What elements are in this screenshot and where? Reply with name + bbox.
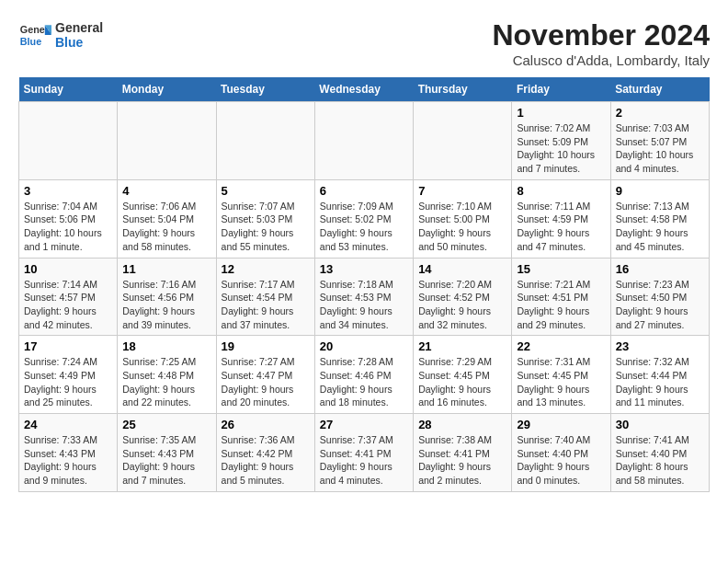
day-number: 25 [122, 418, 210, 431]
day-info: Sunrise: 7:02 AM Sunset: 5:09 PM Dayligh… [517, 121, 605, 176]
calendar-cell: 24Sunrise: 7:33 AM Sunset: 4:43 PM Dayli… [19, 414, 118, 492]
day-info: Sunrise: 7:18 AM Sunset: 4:53 PM Dayligh… [320, 278, 408, 332]
calendar-cell: 11Sunrise: 7:16 AM Sunset: 4:56 PM Dayli… [118, 258, 216, 336]
calendar-week-5: 24Sunrise: 7:33 AM Sunset: 4:43 PM Dayli… [19, 414, 710, 492]
calendar-cell: 27Sunrise: 7:37 AM Sunset: 4:41 PM Dayli… [314, 414, 413, 492]
calendar-cell [118, 102, 216, 180]
day-info: Sunrise: 7:40 AM Sunset: 4:40 PM Dayligh… [517, 433, 605, 488]
day-number: 29 [517, 418, 605, 431]
day-number: 20 [320, 339, 408, 353]
day-number: 7 [418, 184, 506, 198]
calendar-cell: 2Sunrise: 7:03 AM Sunset: 5:07 PM Daylig… [610, 102, 709, 180]
day-info: Sunrise: 7:11 AM Sunset: 4:59 PM Dayligh… [517, 200, 605, 254]
calendar-cell: 29Sunrise: 7:40 AM Sunset: 4:40 PM Dayli… [512, 414, 610, 492]
logo-icon: General Blue [18, 18, 51, 52]
day-number: 18 [122, 339, 210, 353]
location-title: Calusco d'Adda, Lombardy, Italy [492, 52, 710, 68]
day-number: 16 [616, 262, 704, 276]
day-info: Sunrise: 7:28 AM Sunset: 4:46 PM Dayligh… [320, 355, 408, 409]
calendar-cell: 12Sunrise: 7:17 AM Sunset: 4:54 PM Dayli… [216, 258, 314, 336]
day-info: Sunrise: 7:06 AM Sunset: 5:04 PM Dayligh… [122, 200, 210, 254]
day-info: Sunrise: 7:31 AM Sunset: 4:45 PM Dayligh… [517, 355, 605, 409]
day-number: 3 [24, 184, 112, 198]
logo: General Blue General Blue [18, 18, 103, 52]
day-info: Sunrise: 7:17 AM Sunset: 4:54 PM Dayligh… [222, 278, 310, 332]
calendar-header-row: SundayMondayTuesdayWednesdayThursdayFrid… [19, 77, 710, 102]
day-number: 23 [616, 339, 704, 353]
calendar-cell: 1Sunrise: 7:02 AM Sunset: 5:09 PM Daylig… [512, 102, 610, 180]
calendar-cell: 6Sunrise: 7:09 AM Sunset: 5:02 PM Daylig… [314, 179, 413, 258]
weekday-header-friday: Friday [512, 77, 610, 102]
weekday-header-saturday: Saturday [610, 77, 709, 102]
calendar-table: SundayMondayTuesdayWednesdayThursdayFrid… [18, 77, 710, 492]
day-info: Sunrise: 7:38 AM Sunset: 4:41 PM Dayligh… [418, 433, 506, 488]
calendar-cell [314, 102, 413, 180]
day-number: 26 [222, 418, 310, 431]
day-number: 22 [517, 339, 605, 353]
calendar-cell: 3Sunrise: 7:04 AM Sunset: 5:06 PM Daylig… [19, 179, 118, 258]
day-number: 9 [616, 184, 704, 198]
day-info: Sunrise: 7:20 AM Sunset: 4:52 PM Dayligh… [418, 278, 506, 332]
day-info: Sunrise: 7:32 AM Sunset: 4:44 PM Dayligh… [616, 355, 704, 409]
calendar-week-1: 1Sunrise: 7:02 AM Sunset: 5:09 PM Daylig… [19, 102, 710, 180]
calendar-cell: 22Sunrise: 7:31 AM Sunset: 4:45 PM Dayli… [512, 336, 610, 414]
calendar-cell: 10Sunrise: 7:14 AM Sunset: 4:57 PM Dayli… [19, 258, 118, 336]
calendar-week-3: 10Sunrise: 7:14 AM Sunset: 4:57 PM Dayli… [19, 258, 710, 336]
day-info: Sunrise: 7:03 AM Sunset: 5:07 PM Dayligh… [616, 121, 704, 176]
calendar-week-2: 3Sunrise: 7:04 AM Sunset: 5:06 PM Daylig… [19, 179, 710, 258]
day-number: 28 [418, 418, 506, 431]
day-info: Sunrise: 7:33 AM Sunset: 4:43 PM Dayligh… [24, 433, 112, 488]
weekday-header-thursday: Thursday [414, 77, 512, 102]
day-number: 6 [320, 184, 408, 198]
day-info: Sunrise: 7:04 AM Sunset: 5:06 PM Dayligh… [24, 200, 112, 254]
day-number: 2 [616, 106, 704, 120]
day-number: 10 [24, 262, 112, 276]
day-number: 11 [122, 262, 210, 276]
day-info: Sunrise: 7:24 AM Sunset: 4:49 PM Dayligh… [24, 355, 112, 409]
day-info: Sunrise: 7:37 AM Sunset: 4:41 PM Dayligh… [320, 433, 408, 488]
day-info: Sunrise: 7:14 AM Sunset: 4:57 PM Dayligh… [24, 278, 112, 332]
day-info: Sunrise: 7:07 AM Sunset: 5:03 PM Dayligh… [222, 200, 310, 254]
day-info: Sunrise: 7:09 AM Sunset: 5:02 PM Dayligh… [320, 200, 408, 254]
calendar-cell [216, 102, 314, 180]
svg-text:Blue: Blue [20, 36, 41, 47]
day-number: 19 [222, 339, 310, 353]
day-number: 8 [517, 184, 605, 198]
weekday-header-tuesday: Tuesday [216, 77, 314, 102]
calendar-cell: 7Sunrise: 7:10 AM Sunset: 5:00 PM Daylig… [414, 179, 512, 258]
day-info: Sunrise: 7:27 AM Sunset: 4:47 PM Dayligh… [222, 355, 310, 409]
day-number: 21 [418, 339, 506, 353]
calendar-cell: 25Sunrise: 7:35 AM Sunset: 4:43 PM Dayli… [118, 414, 216, 492]
calendar-cell: 23Sunrise: 7:32 AM Sunset: 4:44 PM Dayli… [610, 336, 709, 414]
logo-general: General [55, 20, 103, 35]
page-header: General Blue General Blue November 2024 … [18, 18, 710, 68]
calendar-cell: 20Sunrise: 7:28 AM Sunset: 4:46 PM Dayli… [314, 336, 413, 414]
day-number: 30 [616, 418, 704, 431]
calendar-cell: 14Sunrise: 7:20 AM Sunset: 4:52 PM Dayli… [414, 258, 512, 336]
day-info: Sunrise: 7:13 AM Sunset: 4:58 PM Dayligh… [616, 200, 704, 254]
day-number: 4 [122, 184, 210, 198]
weekday-header-sunday: Sunday [19, 77, 118, 102]
calendar-cell: 19Sunrise: 7:27 AM Sunset: 4:47 PM Dayli… [216, 336, 314, 414]
day-number: 1 [517, 106, 605, 120]
day-info: Sunrise: 7:35 AM Sunset: 4:43 PM Dayligh… [122, 433, 210, 488]
calendar-cell: 13Sunrise: 7:18 AM Sunset: 4:53 PM Dayli… [314, 258, 413, 336]
day-number: 13 [320, 262, 408, 276]
calendar-cell: 26Sunrise: 7:36 AM Sunset: 4:42 PM Dayli… [216, 414, 314, 492]
weekday-header-wednesday: Wednesday [314, 77, 413, 102]
day-info: Sunrise: 7:23 AM Sunset: 4:50 PM Dayligh… [616, 278, 704, 332]
day-number: 12 [222, 262, 310, 276]
day-number: 24 [24, 418, 112, 431]
day-info: Sunrise: 7:16 AM Sunset: 4:56 PM Dayligh… [122, 278, 210, 332]
calendar-cell [19, 102, 118, 180]
calendar-cell: 28Sunrise: 7:38 AM Sunset: 4:41 PM Dayli… [414, 414, 512, 492]
day-number: 5 [222, 184, 310, 198]
calendar-cell: 18Sunrise: 7:25 AM Sunset: 4:48 PM Dayli… [118, 336, 216, 414]
day-info: Sunrise: 7:25 AM Sunset: 4:48 PM Dayligh… [122, 355, 210, 409]
calendar-cell [414, 102, 512, 180]
day-info: Sunrise: 7:29 AM Sunset: 4:45 PM Dayligh… [418, 355, 506, 409]
calendar-cell: 16Sunrise: 7:23 AM Sunset: 4:50 PM Dayli… [610, 258, 709, 336]
logo-blue: Blue [55, 35, 103, 50]
title-area: November 2024 Calusco d'Adda, Lombardy, … [492, 18, 710, 68]
day-number: 14 [418, 262, 506, 276]
